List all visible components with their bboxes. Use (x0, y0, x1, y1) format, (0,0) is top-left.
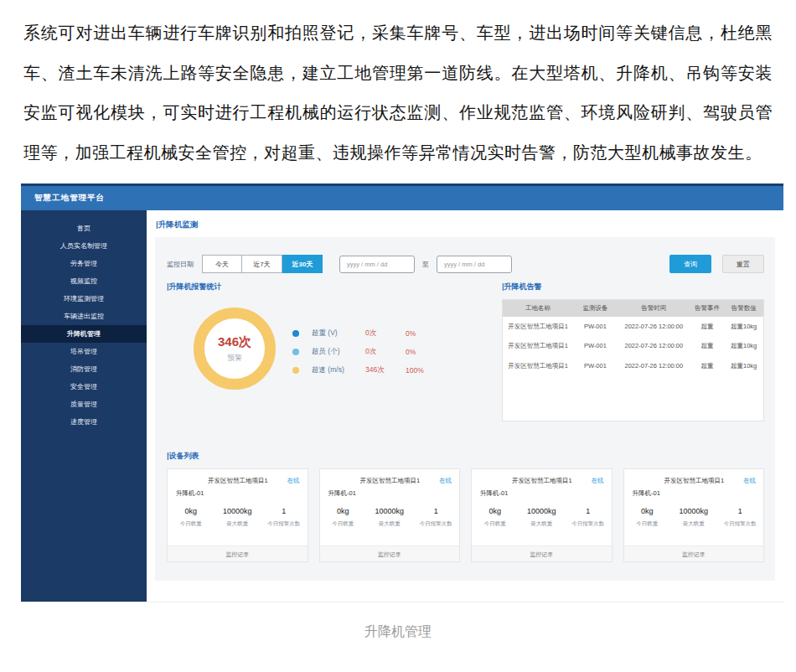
alarm-table-section: |升降机告警 工地名称 监测设备 告警时间 (502, 282, 764, 446)
table-row: 开发区智慧工地项目1 PW-001 2022-07-26 12:00:00 超重… (503, 317, 763, 336)
monitor-record-button[interactable]: 监控记录 (168, 545, 308, 561)
device-card: 开发区智慧工地项目1 在线 升降机-01 0kg今日载重 10000kg最大载重… (167, 468, 308, 562)
device-list-title: |设备列表 (167, 451, 764, 462)
body-paragraph: 系统可对进出车辆进行车牌识别和拍照登记，采集车牌号、车型，进出场时间等关键信息，… (23, 13, 773, 173)
online-status-badge[interactable]: 在线 (287, 477, 300, 485)
legend-dot-overspeed (292, 367, 299, 374)
project-name: 开发区智慧工地项目1 (175, 477, 287, 485)
sidebar: 首页 人员实名制管理 劳务管理 视频监控 环境监测管理 车辆进出监控 升降机管理… (21, 210, 147, 602)
page-title: |升降机监测 (156, 220, 775, 230)
sidebar-item-video[interactable]: 视频监控 (21, 272, 147, 290)
col-device: 监测设备 (573, 300, 618, 317)
legend-item-overcrowd: 超员 (个) 0次 0% (292, 343, 424, 361)
project-name: 开发区智慧工地项目1 (479, 477, 592, 485)
alarm-stats-section: |升降机报警统计 346次 预警 超重 (V) (167, 282, 495, 446)
table-row: 开发区智慧工地项目1 PW-001 2022-07-26 12:00:00 超重… (503, 356, 763, 375)
device-list-section: |设备列表 开发区智慧工地项目1 在线 升降机-01 0kg今日载重 (167, 451, 764, 562)
filter-bar: 监控日期 今天 近7天 近30天 至 查询 重置 (167, 255, 764, 273)
sidebar-item-environment[interactable]: 环境监测管理 (21, 290, 147, 308)
sidebar-item-elevator[interactable]: 升降机管理 (21, 325, 147, 343)
chart-legend: 超重 (V) 0次 0% 超员 (个) 0次 0% (292, 324, 424, 380)
device-name: 升降机-01 (472, 485, 612, 498)
col-time: 告警时间 (618, 300, 690, 317)
range-7days-button[interactable]: 近7天 (242, 255, 282, 273)
range-30days-button[interactable]: 近30天 (282, 255, 323, 273)
project-name: 开发区智慧工地项目1 (632, 477, 744, 485)
figure-caption: 升降机管理 (0, 623, 796, 641)
date-range-segment: 今天 近7天 近30天 (202, 255, 323, 273)
alarm-table: 工地名称 监测设备 告警时间 告警事件 告警数值 (502, 299, 764, 421)
range-today-button[interactable]: 今天 (202, 255, 242, 273)
device-card: 开发区智慧工地项目1 在线 升降机-01 0kg今日载重 10000kg最大载重… (319, 468, 461, 562)
donut-center-value: 346次 (218, 334, 251, 350)
sidebar-item-labor[interactable]: 劳务管理 (21, 255, 147, 272)
online-status-badge[interactable]: 在线 (743, 477, 756, 485)
date-range-to-label: 至 (422, 260, 429, 269)
app-title: 智慧工地管理平台 (34, 193, 105, 204)
col-site: 工地名称 (503, 300, 573, 317)
legend-item-overspeed: 超速 (m/s) 346次 100% (292, 361, 424, 380)
end-date-input[interactable] (437, 256, 512, 273)
device-name: 升降机-01 (320, 485, 460, 498)
table-header-row: 工地名称 监测设备 告警时间 告警事件 告警数值 (503, 300, 763, 317)
alarm-donut-chart: 346次 预警 (194, 308, 276, 390)
legend-item-overweight: 超重 (V) 0次 0% (292, 324, 424, 343)
device-name: 升降机-01 (624, 485, 764, 498)
sidebar-item-vehicle[interactable]: 车辆进出监控 (21, 308, 147, 325)
online-status-badge[interactable]: 在线 (439, 477, 452, 485)
monitor-record-button[interactable]: 监控记录 (320, 545, 460, 561)
col-value: 告警数值 (724, 300, 763, 317)
app-header: 智慧工地管理平台 (21, 186, 783, 210)
start-date-input[interactable] (339, 256, 415, 273)
sidebar-item-fire[interactable]: 消防管理 (21, 360, 147, 378)
donut-center-label: 预警 (227, 353, 242, 364)
alarm-table-title: |升降机告警 (502, 282, 764, 292)
alarm-stats-title: |升降机报警统计 (167, 282, 495, 292)
sidebar-item-safety[interactable]: 安全管理 (21, 378, 147, 395)
monitor-record-button[interactable]: 监控记录 (624, 545, 764, 561)
legend-dot-overweight (292, 330, 299, 337)
main-content: |升降机监测 监控日期 今天 近7天 近30天 至 查询 (147, 210, 783, 602)
app-screenshot: 智慧工地管理平台 首页 人员实名制管理 劳务管理 视频监控 环境监测管理 车辆进… (21, 184, 783, 602)
sidebar-item-personnel[interactable]: 人员实名制管理 (21, 237, 147, 255)
device-card: 开发区智慧工地项目1 在线 升降机-01 0kg今日载重 10000kg最大载重… (623, 468, 765, 562)
document-page: 系统可对进出车辆进行车牌识别和拍照登记，采集车牌号、车型，进出场时间等关键信息，… (0, 0, 796, 672)
table-row: 开发区智慧工地项目1 PW-001 2022-07-26 12:00:00 超重… (503, 336, 763, 355)
device-card: 开发区智慧工地项目1 在线 升降机-01 0kg今日载重 10000kg最大载重… (471, 468, 613, 562)
sidebar-item-tower-crane[interactable]: 塔吊管理 (21, 343, 147, 360)
col-event: 告警事件 (690, 300, 724, 317)
sidebar-item-home[interactable]: 首页 (21, 220, 147, 237)
query-button[interactable]: 查询 (669, 255, 711, 273)
sidebar-item-quality[interactable]: 质量管理 (21, 395, 147, 413)
legend-dot-overcrowd (292, 349, 299, 355)
project-name: 开发区智慧工地项目1 (328, 477, 440, 485)
reset-button[interactable]: 重置 (722, 255, 764, 273)
sidebar-item-progress[interactable]: 进度管理 (21, 413, 147, 431)
online-status-badge[interactable]: 在线 (592, 477, 604, 485)
content-panel: 监控日期 今天 近7天 近30天 至 查询 重置 (155, 237, 775, 581)
device-name: 升降机-01 (168, 485, 308, 498)
date-filter-label: 监控日期 (167, 260, 194, 269)
monitor-record-button[interactable]: 监控记录 (472, 545, 612, 561)
